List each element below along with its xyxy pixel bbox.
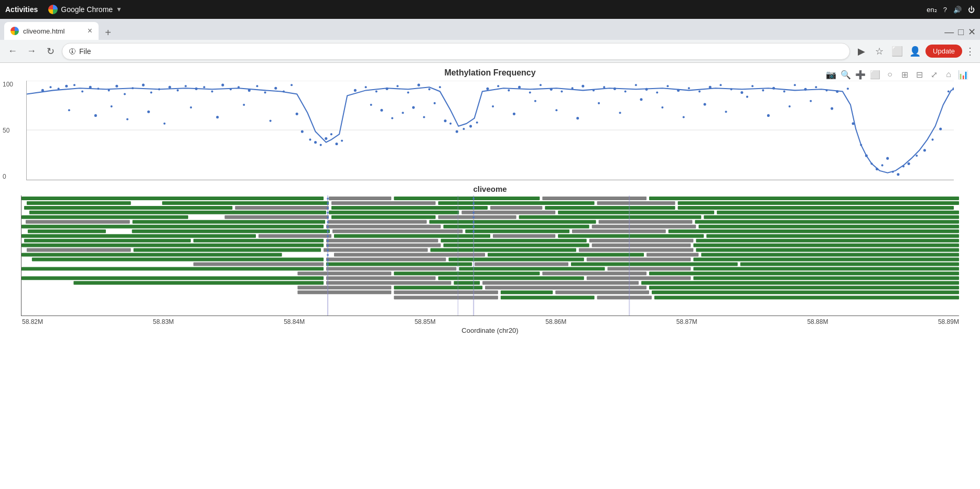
svg-point-59 <box>428 88 430 90</box>
svg-point-63 <box>391 117 393 119</box>
svg-point-79 <box>540 84 542 86</box>
svg-point-124 <box>947 90 950 92</box>
svg-rect-231 <box>21 267 324 270</box>
svg-point-130 <box>576 117 579 119</box>
svg-rect-205 <box>326 244 441 247</box>
account-icon[interactable]: 👤 <box>908 44 922 59</box>
reload-button[interactable]: ↻ <box>43 44 58 59</box>
svg-point-276 <box>327 240 329 242</box>
extension-icon[interactable]: ⬜ <box>890 44 904 59</box>
svg-rect-163 <box>329 211 459 214</box>
zoom-out-icon[interactable]: ⊞ <box>898 68 911 81</box>
svg-rect-239 <box>649 271 959 275</box>
svg-point-13 <box>124 93 126 95</box>
tab-close-button[interactable]: × <box>88 27 92 35</box>
select-icon[interactable]: ⬜ <box>869 68 881 81</box>
svg-point-66 <box>423 116 425 118</box>
browser-window: cliveome.html × + — □ ✕ ← → ↻ 🛈 ▶ ☆ ⬜ 👤 … <box>0 19 980 489</box>
svg-point-267 <box>327 198 329 200</box>
svg-rect-184 <box>698 225 959 229</box>
svg-rect-220 <box>701 253 959 257</box>
address-input[interactable] <box>79 47 843 56</box>
chrome-icon <box>48 5 58 14</box>
svg-rect-261 <box>597 296 652 299</box>
chrome-app-label: Google Chrome ▼ <box>48 5 122 14</box>
svg-rect-204 <box>21 244 324 247</box>
svg-rect-179 <box>695 220 959 224</box>
cast-icon[interactable]: ▶ <box>854 44 869 59</box>
svg-point-65 <box>412 106 415 109</box>
autoscale-icon[interactable]: ⤢ <box>928 68 940 81</box>
svg-point-277 <box>327 245 329 247</box>
svg-point-58 <box>417 84 420 86</box>
svg-point-287 <box>472 221 475 223</box>
lang-icon[interactable]: en₂ <box>927 6 936 14</box>
svg-rect-182 <box>444 225 589 229</box>
back-button[interactable]: ← <box>5 44 20 59</box>
y-tick-50: 50 <box>3 127 13 134</box>
svg-point-30 <box>274 87 277 90</box>
volume-icon: 🔊 <box>953 6 962 14</box>
svg-point-42 <box>270 120 272 122</box>
svg-rect-147 <box>542 197 647 200</box>
svg-point-74 <box>486 88 489 90</box>
menu-button[interactable]: ⋮ <box>965 46 975 57</box>
svg-point-38 <box>164 123 166 125</box>
forward-button[interactable]: → <box>24 44 39 59</box>
home-icon[interactable]: ⌂ <box>942 68 955 81</box>
x-tick-3: 58.84M <box>284 318 305 325</box>
reads-svg <box>21 195 959 316</box>
svg-point-36 <box>126 118 128 121</box>
bar-chart-icon[interactable]: 📊 <box>957 68 970 81</box>
svg-point-6 <box>65 85 68 88</box>
window-close-icon[interactable]: ✕ <box>968 26 976 38</box>
svg-rect-229 <box>571 262 738 266</box>
svg-rect-215 <box>21 253 282 257</box>
update-button[interactable]: Update <box>925 45 962 58</box>
svg-point-88 <box>635 84 637 86</box>
svg-rect-237 <box>394 271 540 275</box>
svg-point-75 <box>497 85 499 87</box>
svg-rect-195 <box>493 234 555 238</box>
svg-point-93 <box>688 87 690 89</box>
svg-rect-214 <box>696 248 959 252</box>
activities-label[interactable]: Activities <box>5 5 38 14</box>
methylation-canvas <box>26 81 954 180</box>
zoom-in-icon[interactable]: 🔍 <box>839 68 852 81</box>
os-topbar: Activities Google Chrome ▼ en₂ ? 🔊 ⏻ <box>0 0 980 19</box>
svg-rect-235 <box>693 267 959 270</box>
svg-point-81 <box>561 90 563 92</box>
svg-point-45 <box>309 138 311 140</box>
new-tab-button[interactable]: + <box>101 25 115 40</box>
svg-rect-203 <box>696 239 959 243</box>
pan-icon[interactable]: ⊟ <box>913 68 925 81</box>
camera-icon[interactable]: 📷 <box>825 68 837 81</box>
reads-chart <box>21 195 959 316</box>
svg-rect-171 <box>438 215 516 219</box>
svg-rect-218 <box>488 253 644 257</box>
svg-rect-164 <box>461 211 555 214</box>
chrome-dropdown-icon[interactable]: ▼ <box>116 6 122 13</box>
window-minimize-icon[interactable]: — <box>944 27 954 38</box>
svg-point-105 <box>815 86 817 88</box>
svg-point-64 <box>402 112 404 114</box>
methylation-svg <box>27 81 954 180</box>
plus-icon[interactable]: ➕ <box>854 68 867 81</box>
svg-rect-252 <box>485 286 647 289</box>
x-tick-8: 58.89M <box>938 318 959 325</box>
svg-rect-148 <box>649 197 959 200</box>
address-input-wrap[interactable]: 🛈 <box>62 43 850 60</box>
svg-point-72 <box>469 125 472 127</box>
svg-rect-249 <box>641 281 959 285</box>
svg-rect-254 <box>297 290 391 294</box>
svg-point-96 <box>719 84 721 86</box>
svg-point-94 <box>698 90 701 92</box>
svg-rect-183 <box>592 225 696 229</box>
lasso-icon[interactable]: ○ <box>884 68 896 81</box>
svg-point-131 <box>598 102 600 104</box>
tab-cliveome[interactable]: cliveome.html × <box>4 22 99 40</box>
svg-rect-240 <box>21 276 324 280</box>
bookmark-icon[interactable]: ☆ <box>872 44 887 59</box>
window-maximize-icon[interactable]: □ <box>958 27 964 38</box>
svg-point-278 <box>327 249 329 252</box>
